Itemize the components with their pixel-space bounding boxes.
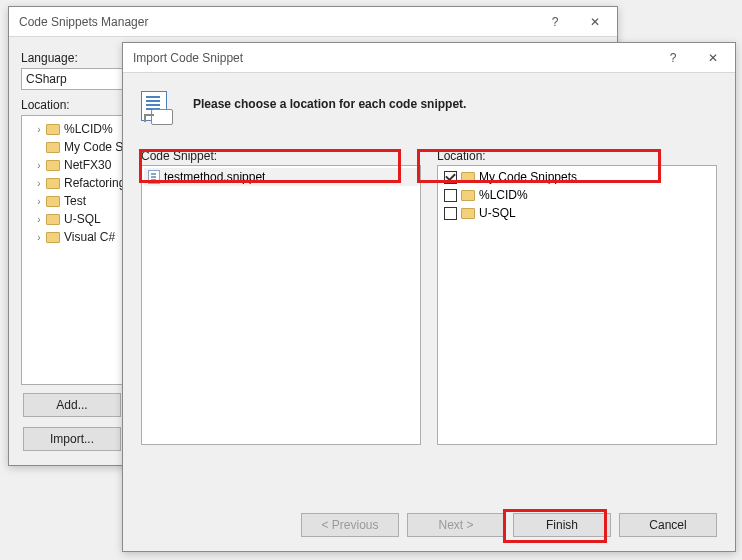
folder-icon <box>461 208 475 219</box>
wizard-buttons: < Previous Next > Finish Cancel <box>301 513 717 537</box>
folder-icon <box>46 160 60 171</box>
folder-icon <box>46 142 60 153</box>
list-item[interactable]: testmethod.snippet <box>144 168 418 186</box>
code-snippet-label: Code Snippet: <box>141 149 421 163</box>
close-button[interactable]: ✕ <box>693 44 733 72</box>
folder-icon <box>46 196 60 207</box>
snippet-file-icon <box>148 170 160 184</box>
location-list-label: Location: <box>437 149 717 163</box>
checkbox[interactable] <box>444 189 457 202</box>
close-button[interactable]: ✕ <box>575 8 615 36</box>
import-button[interactable]: Import... <box>23 427 121 451</box>
folder-icon <box>46 124 60 135</box>
snippet-location-icon <box>141 91 177 131</box>
expand-icon[interactable]: › <box>34 214 44 225</box>
previous-button: < Previous <box>301 513 399 537</box>
list-item[interactable]: %LCID% <box>440 186 714 204</box>
expand-icon[interactable]: › <box>34 124 44 135</box>
expand-icon[interactable]: › <box>34 178 44 189</box>
window-title: Code Snippets Manager <box>19 15 535 29</box>
location-list[interactable]: My Code Snippets %LCID% U-SQL <box>437 165 717 445</box>
list-item[interactable]: My Code Snippets <box>440 168 714 186</box>
list-item[interactable]: U-SQL <box>440 204 714 222</box>
window-title: Import Code Snippet <box>133 51 653 65</box>
expand-icon[interactable]: › <box>34 232 44 243</box>
code-snippet-list[interactable]: testmethod.snippet <box>141 165 421 445</box>
checkbox[interactable] <box>444 171 457 184</box>
help-button[interactable]: ? <box>535 8 575 36</box>
checkbox[interactable] <box>444 207 457 220</box>
expand-icon[interactable]: › <box>34 160 44 171</box>
help-button[interactable]: ? <box>653 44 693 72</box>
next-button: Next > <box>407 513 505 537</box>
folder-icon <box>461 190 475 201</box>
titlebar: Import Code Snippet ? ✕ <box>123 43 735 73</box>
cancel-button[interactable]: Cancel <box>619 513 717 537</box>
add-button[interactable]: Add... <box>23 393 121 417</box>
titlebar: Code Snippets Manager ? ✕ <box>9 7 617 37</box>
folder-icon <box>46 232 60 243</box>
folder-icon <box>461 172 475 183</box>
snippet-filename: testmethod.snippet <box>164 170 265 184</box>
folder-icon <box>46 214 60 225</box>
expand-icon[interactable]: › <box>34 196 44 207</box>
language-value: CSharp <box>26 72 67 86</box>
finish-button[interactable]: Finish <box>513 513 611 537</box>
folder-icon <box>46 178 60 189</box>
import-code-snippet-window: Import Code Snippet ? ✕ Please choose a … <box>122 42 736 552</box>
instruction-text: Please choose a location for each code s… <box>193 97 466 111</box>
